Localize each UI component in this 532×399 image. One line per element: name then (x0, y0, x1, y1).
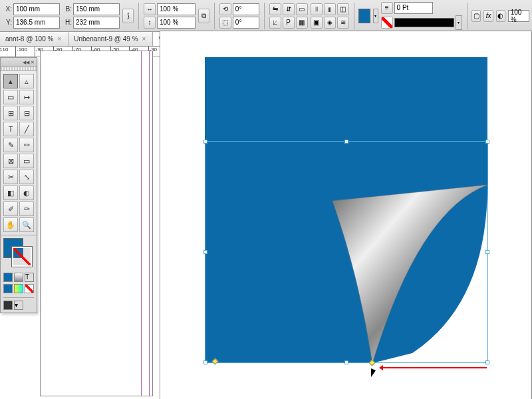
scale-y-field[interactable]: 100 % (157, 17, 196, 29)
wrap-icon[interactable]: ≋ (337, 17, 349, 29)
separator (467, 3, 467, 29)
height-field[interactable]: 232 mm (73, 17, 120, 29)
tab-doc-1[interactable]: annt-8 @ 100 %× (0, 32, 68, 46)
effects-icon[interactable]: ▢ (471, 10, 481, 22)
note-tool[interactable]: ✐ (3, 201, 18, 216)
none-mode-button[interactable] (25, 284, 34, 293)
scale-x-field[interactable]: 100 % (157, 3, 196, 15)
scale-x-icon: ↔ (144, 3, 156, 15)
line-tool[interactable]: ╱ (19, 122, 34, 136)
close-icon[interactable]: × (56, 35, 63, 43)
stroke-weight-icon: ≡ (381, 2, 393, 14)
select-container-icon[interactable]: ▭ (296, 3, 308, 15)
stroke-dropdown[interactable]: ▾ (456, 15, 462, 30)
shear-field[interactable]: 0° (233, 17, 259, 29)
width-field[interactable]: 150 mm (73, 3, 120, 15)
separator (264, 3, 265, 29)
y-field[interactable]: 136.5 mm (13, 17, 60, 29)
w-label: B: (63, 5, 72, 13)
cursor-icon (371, 368, 376, 377)
stroke-style[interactable] (394, 18, 454, 27)
fx-icon[interactable]: fx (483, 10, 493, 22)
no-stroke-icon[interactable] (381, 17, 393, 29)
canvas[interactable] (0, 57, 532, 399)
frame-icon[interactable]: ◈ (324, 17, 336, 29)
panel-collapse-icon[interactable]: ◀◀ ✕ (1, 58, 37, 67)
tools-panel: ◀◀ ✕ ▴ ▵ ▭ ↦ ⊞ ⊟ T ╱ ✎ ✏ ⊠ ▭ ✂ ⤡ ◧ ◐ ✐ ✑… (0, 57, 37, 313)
scale-y-icon: ↕ (144, 17, 156, 29)
distribute-icon[interactable]: ⫼ (324, 3, 336, 15)
pathfinder-icon[interactable]: ◫ (337, 3, 349, 15)
apply-color-button[interactable] (3, 273, 13, 282)
rotate-field[interactable]: 0° (233, 3, 259, 15)
fit-icon[interactable]: ▦ (296, 17, 308, 29)
y-label: Y: (3, 19, 12, 26)
fill-color-swatch[interactable] (3, 238, 23, 258)
rectangle-frame-tool[interactable]: ⊠ (3, 154, 18, 168)
tab-doc-2[interactable]: Unbenannt-9 @ 49 %× (68, 32, 153, 46)
annotation-arrow (380, 367, 487, 368)
opacity-field[interactable]: 100 % (508, 10, 529, 22)
type-tool[interactable]: T (3, 122, 18, 136)
gradient-mode-button[interactable] (14, 284, 23, 293)
h-label: H: (63, 19, 72, 26)
fill-dropdown[interactable]: ▾ (373, 9, 378, 23)
stroke-weight-field[interactable]: 0 Pt (394, 2, 433, 14)
shear-icon: ⬚ (219, 17, 231, 29)
pencil-tool[interactable]: ✏ (19, 138, 34, 152)
group-icon[interactable]: ▣ (311, 17, 323, 29)
link-scale-icon[interactable]: ⧉ (198, 9, 209, 23)
separator (214, 3, 215, 29)
pen-tool[interactable]: ✎ (3, 138, 18, 152)
flip-h-icon[interactable]: ⇋ (269, 3, 281, 15)
control-bar: X: 100 mm Y: 136.5 mm B: 150 mm H: 232 m… (0, 0, 532, 32)
x-field[interactable]: 100 mm (13, 3, 60, 15)
apply-gradient-button[interactable] (14, 273, 23, 282)
direct-selection-tool[interactable]: ▵ (19, 74, 34, 88)
free-transform-tool[interactable]: ⤡ (19, 170, 34, 184)
color-mode-button[interactable] (3, 284, 13, 293)
content-placer-tool[interactable]: ⊟ (19, 106, 34, 120)
formatting-text-button[interactable]: T (25, 273, 34, 282)
stroke-color-swatch[interactable] (12, 247, 32, 267)
align-icon[interactable]: ⫴ (311, 3, 323, 15)
guide-vertical[interactable] (141, 51, 142, 396)
view-preview-button[interactable]: ▾ (14, 301, 23, 310)
rectangle-tool[interactable]: ▭ (19, 154, 34, 168)
fill-swatch[interactable] (358, 9, 370, 23)
page-tool[interactable]: ▭ (3, 90, 18, 104)
flip-v-icon[interactable]: ⇵ (283, 3, 295, 15)
eyedropper-tool[interactable]: ✑ (19, 201, 34, 216)
zoom-tool[interactable]: 🔍 (19, 217, 34, 232)
page-right (160, 31, 532, 399)
gap-tool[interactable]: ↦ (19, 90, 34, 104)
text-on-path-icon[interactable]: P (283, 17, 295, 29)
scissors-tool[interactable]: ✂ (3, 170, 18, 184)
content-collector-tool[interactable]: ⊞ (3, 106, 18, 120)
gradient-swatch-tool[interactable]: ◧ (3, 186, 18, 200)
opacity-icon[interactable]: ◐ (496, 10, 505, 22)
separator (354, 3, 354, 29)
constrain-icon[interactable]: ⟆ (122, 9, 134, 23)
view-normal-button[interactable] (3, 301, 13, 310)
close-icon[interactable]: × (141, 35, 148, 43)
rotate-icon: ⟲ (219, 3, 231, 15)
separator (138, 3, 139, 29)
guide-vertical[interactable] (149, 51, 150, 396)
crop-icon[interactable]: ⟀ (269, 17, 281, 29)
x-label: X: (3, 5, 12, 13)
hand-tool[interactable]: ✋ (3, 217, 18, 232)
gradient-feather-tool[interactable]: ◐ (19, 186, 34, 200)
page-left (40, 51, 153, 396)
selection-tool[interactable]: ▴ (3, 74, 18, 88)
